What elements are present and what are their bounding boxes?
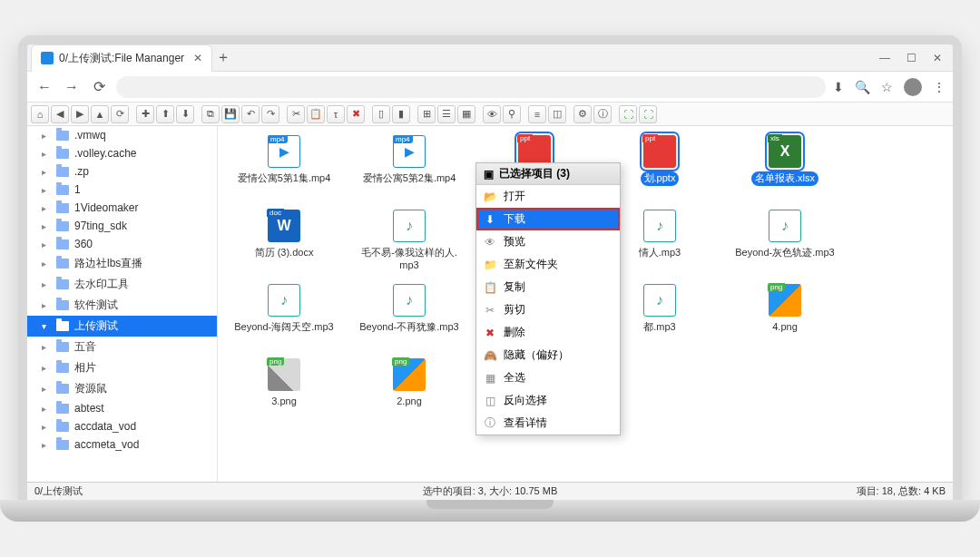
toolbar-redo[interactable]: ↷ xyxy=(261,105,279,123)
context-menu-item[interactable]: 📁至新文件夹 xyxy=(476,253,620,276)
sidebar-item[interactable]: ▸五音 xyxy=(27,337,217,357)
toolbar-view-list[interactable]: ☰ xyxy=(437,105,456,123)
toolbar-upload[interactable]: ⬆ xyxy=(156,105,174,123)
context-menu-item[interactable]: ◫反向选择 xyxy=(476,389,620,412)
toolbar-up[interactable]: ▲ xyxy=(91,105,109,123)
file-item[interactable]: Beyond-灰色轨迹.mp3 xyxy=(726,208,844,278)
sidebar-item[interactable]: ▸1Videomaker xyxy=(27,199,217,217)
sidebar-item[interactable]: ▸.zp xyxy=(27,162,217,181)
sidebar-item[interactable]: ▸.volley.cache xyxy=(27,144,217,162)
toolbar-back[interactable]: ◀ xyxy=(51,105,69,123)
toolbar-view-tile[interactable]: ▦ xyxy=(457,105,475,123)
sidebar-item-label: 五音 xyxy=(74,339,96,355)
menu-item-label: 剪切 xyxy=(504,302,525,318)
file-item[interactable]: 简历 (3).docx xyxy=(225,208,343,278)
sidebar-item[interactable]: ▸路边社lbs直播 xyxy=(27,253,217,274)
toolbar-delete[interactable]: ✖ xyxy=(347,105,365,123)
file-label: 情人.mp3 xyxy=(635,246,684,260)
file-item[interactable]: 4.png xyxy=(726,282,844,353)
png-icon xyxy=(393,358,426,391)
context-menu-item[interactable]: 🙈隐藏（偏好） xyxy=(476,344,620,366)
menu-icon[interactable]: ⋮ xyxy=(933,80,946,94)
sidebar-item[interactable]: ▸资源鼠 xyxy=(27,378,217,399)
window-minimize-icon[interactable]: — xyxy=(879,52,890,64)
file-item[interactable]: 名单报表.xlsx xyxy=(726,133,844,204)
sidebar-item[interactable]: ▸accdata_vod xyxy=(27,417,217,435)
window-close-icon[interactable]: ✕ xyxy=(933,52,942,64)
back-button[interactable]: ← xyxy=(34,79,54,95)
context-menu-item[interactable]: 📂打开 xyxy=(476,185,620,208)
context-menu-item[interactable]: 📋复制 xyxy=(476,276,620,298)
bookmark-icon[interactable]: ☆ xyxy=(881,80,893,94)
status-total: 项目: 18, 总数: 4 KB xyxy=(857,484,946,498)
context-menu-item[interactable]: ▦全选 xyxy=(476,366,620,389)
sidebar-item[interactable]: ▸软件测试 xyxy=(27,295,217,316)
browser-tab[interactable]: 0/上传测试:File Mananger ✕ xyxy=(31,44,212,72)
download-icon[interactable]: ⬇ xyxy=(833,80,844,94)
sidebar-item[interactable]: ▾上传测试 xyxy=(27,316,217,337)
caret-icon: ▸ xyxy=(42,167,51,177)
file-label: Beyond-灰色轨迹.mp3 xyxy=(731,246,838,260)
sidebar-item[interactable]: ▸accmeta_vod xyxy=(27,435,217,454)
toolbar-copy[interactable]: ⧉ xyxy=(201,105,220,123)
toolbar-undo[interactable]: ↶ xyxy=(241,105,260,123)
toolbar-save[interactable]: 💾 xyxy=(221,105,240,123)
toolbar-expand[interactable]: ⛶ xyxy=(619,105,637,123)
menu-item-icon: ◫ xyxy=(484,395,496,407)
search-icon[interactable]: 🔍 xyxy=(855,80,870,94)
toolbar-view-grid[interactable]: ⊞ xyxy=(417,105,436,123)
toolbar-filter[interactable]: ⚲ xyxy=(503,105,521,123)
context-menu-item[interactable]: ✖删除 xyxy=(476,321,620,344)
file-item[interactable]: Beyond-不再犹豫.mp3 xyxy=(350,282,468,353)
png-icon xyxy=(268,358,300,391)
toolbar-fwd[interactable]: ▶ xyxy=(71,105,89,123)
toolbar-compress[interactable]: ⛶ xyxy=(639,105,657,123)
toolbar-settings[interactable]: ⚙ xyxy=(573,105,592,123)
toolbar-refresh[interactable]: ⟳ xyxy=(111,105,129,123)
tab-close-icon[interactable]: ✕ xyxy=(193,52,202,64)
toolbar-sel1[interactable]: ≡ xyxy=(528,105,546,123)
sidebar-item[interactable]: ▸1 xyxy=(27,181,217,199)
sidebar-item[interactable]: ▸97ting_sdk xyxy=(27,217,217,235)
context-menu-item[interactable]: ✂剪切 xyxy=(476,298,620,321)
toolbar-info[interactable]: ⓘ xyxy=(593,105,612,123)
caret-icon: ▸ xyxy=(42,239,51,249)
file-item[interactable]: 毛不易-像我这样的人.mp3 xyxy=(350,208,468,278)
sidebar-item[interactable]: ▸去水印工具 xyxy=(27,274,217,295)
folder-icon xyxy=(56,321,69,331)
toolbar-download[interactable]: ⬇ xyxy=(176,105,194,123)
window-maximize-icon[interactable]: ☐ xyxy=(906,52,916,64)
sidebar-item[interactable]: ▸相片 xyxy=(27,357,217,378)
toolbar-panel1[interactable]: ▯ xyxy=(372,105,390,123)
sidebar-item[interactable]: ▸360 xyxy=(27,235,217,253)
sidebar-item[interactable]: ▸.vmwq xyxy=(27,126,217,144)
context-menu-item[interactable]: ⬇下载 xyxy=(476,208,620,230)
doc-icon xyxy=(268,210,300,242)
toolbar-home[interactable]: ⌂ xyxy=(31,105,49,123)
address-bar[interactable] xyxy=(116,76,826,98)
toolbar-sel2[interactable]: ◫ xyxy=(548,105,566,123)
folder-tree-sidebar[interactable]: ▸.vmwq▸.volley.cache▸.zp▸1▸1Videomaker▸9… xyxy=(27,126,218,482)
tab-favicon xyxy=(41,52,54,64)
toolbar-new[interactable]: ✚ xyxy=(136,105,154,123)
toolbar-panel2[interactable]: ▮ xyxy=(392,105,410,123)
new-tab-button[interactable]: ＋ xyxy=(212,48,234,67)
context-menu-item[interactable]: ⓘ查看详情 xyxy=(476,412,620,435)
sidebar-item[interactable]: ▸abtest xyxy=(27,399,217,417)
mp3-icon xyxy=(393,210,426,242)
status-bar: 0/上传测试 选中的项目: 3, 大小: 10.75 MB 项目: 18, 总数… xyxy=(27,482,953,500)
profile-avatar[interactable] xyxy=(904,78,922,96)
reload-button[interactable]: ⟳ xyxy=(89,78,109,95)
context-menu-item[interactable]: 👁预览 xyxy=(476,230,620,253)
toolbar-preview[interactable]: 👁 xyxy=(483,105,501,123)
file-item[interactable]: 2.png xyxy=(350,357,468,427)
file-item[interactable]: 爱情公寓5第1集.mp4 xyxy=(225,133,343,204)
toolbar-rename[interactable]: τ xyxy=(327,105,345,123)
file-item[interactable]: 3.png xyxy=(225,357,343,427)
forward-button[interactable]: → xyxy=(62,79,82,95)
toolbar-paste[interactable]: 📋 xyxy=(307,105,325,123)
file-item[interactable]: Beyond-海阔天空.mp3 xyxy=(225,282,343,353)
menu-item-icon: ⓘ xyxy=(484,415,496,431)
toolbar-cut[interactable]: ✂ xyxy=(287,105,305,123)
file-item[interactable]: 爱情公寓5第2集.mp4 xyxy=(350,133,468,204)
